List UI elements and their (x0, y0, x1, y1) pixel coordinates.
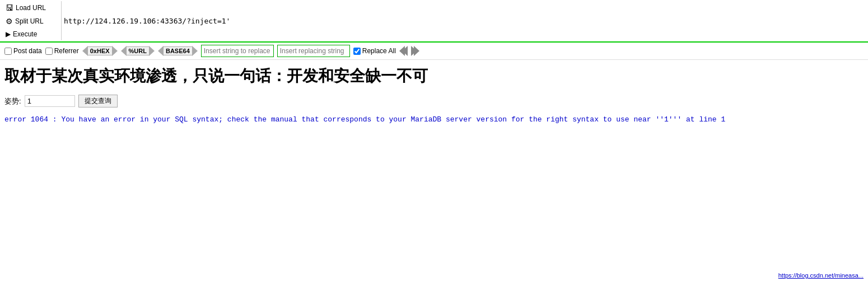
url-arrow-group[interactable]: %URL (121, 46, 155, 56)
load-url-label: Load URL (16, 4, 46, 12)
referrer-checkbox[interactable] (45, 48, 53, 55)
split-url-label: Split URL (15, 17, 44, 25)
toolbar-row1: 🖫 Load URL ⚙ Split URL ▶ Execute (0, 0, 868, 43)
base64-arrow-left-icon (158, 46, 164, 56)
replace-all-label: Replace All (362, 47, 396, 55)
load-url-icon: 🖫 (6, 3, 13, 12)
execute-button[interactable]: ▶ Execute (3, 29, 58, 39)
error-message: error 1064 : You have an error in your S… (4, 115, 864, 124)
post-data-label: Post data (13, 47, 42, 55)
post-data-checkbox-group[interactable]: Post data (4, 47, 42, 55)
referrer-label: Referrer (54, 47, 79, 55)
toolbar-left: 🖫 Load URL ⚙ Split URL ▶ Execute (0, 1, 62, 40)
base64-label: BASE64 (164, 46, 192, 55)
submit-label: 提交查询 (85, 97, 111, 105)
submit-button[interactable]: 提交查询 (78, 95, 118, 107)
post-data-checkbox[interactable] (4, 48, 12, 55)
姿势-input[interactable] (25, 95, 75, 107)
execute-icon: ▶ (6, 30, 11, 38)
split-url-button[interactable]: ⚙ Split URL (3, 16, 58, 27)
single-arrow[interactable] (411, 46, 419, 56)
toolbar-row2: Post data Referrer 0xHEX %URL BASE64 Rep… (0, 43, 868, 60)
footer-link[interactable]: https://blog.csdn.net/mineasa... (778, 272, 864, 279)
replace-all-checkbox[interactable] (353, 48, 361, 55)
single-arrow-right2-icon (414, 46, 419, 56)
referrer-checkbox-group[interactable]: Referrer (45, 47, 79, 55)
url-encode-label: %URL (127, 46, 149, 55)
form-label: 姿势: (4, 96, 21, 106)
execute-arrows[interactable] (399, 46, 408, 56)
url-arrow-left-icon (121, 46, 127, 56)
form-row: 姿势: 提交查询 (4, 95, 864, 107)
split-url-icon: ⚙ (6, 17, 13, 26)
hex-label: 0xHEX (88, 46, 112, 55)
base64-arrow-group[interactable]: BASE64 (158, 46, 198, 56)
hex-arrow-right-icon (112, 46, 118, 56)
execute-arrow-left2-icon (402, 46, 408, 56)
base64-arrow-right-icon (192, 46, 198, 56)
insert-replacing-input[interactable] (277, 45, 350, 57)
main-content: 取材于某次真实环境渗透，只说一句话：开发和安全缺一不可 姿势: 提交查询 err… (0, 60, 868, 129)
replace-all-checkbox-group[interactable]: Replace All (353, 47, 396, 55)
insert-string-input[interactable] (201, 45, 274, 57)
hex-arrow-left-icon (82, 46, 88, 56)
url-input-wrap (62, 1, 868, 40)
hex-arrow-group[interactable]: 0xHEX (82, 46, 118, 56)
load-url-button[interactable]: 🖫 Load URL (3, 2, 58, 13)
url-input[interactable] (64, 17, 866, 25)
page-title: 取材于某次真实环境渗透，只说一句话：开发和安全缺一不可 (4, 65, 864, 87)
execute-label: Execute (13, 30, 37, 38)
url-arrow-right-icon (149, 46, 155, 56)
